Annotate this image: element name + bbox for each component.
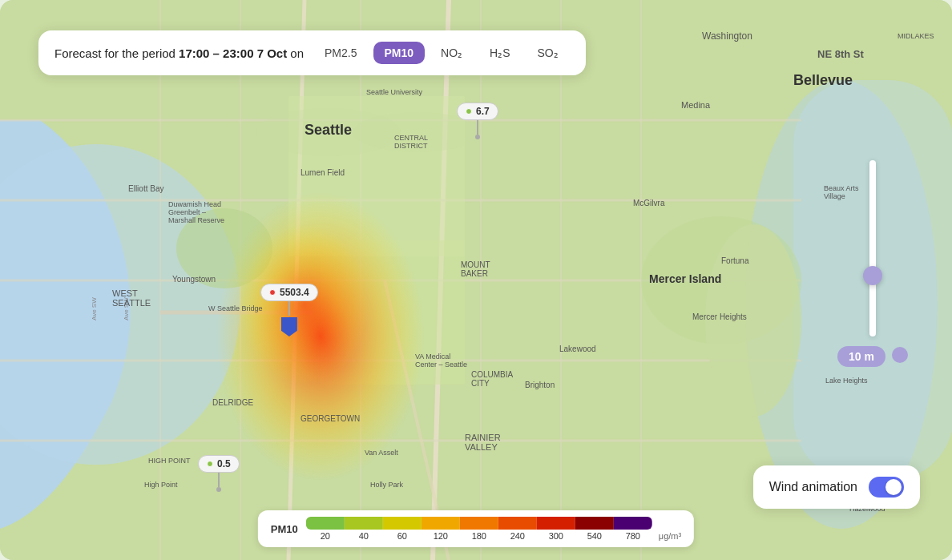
color-scale-bar: PM10 20 40 60 120 180 240 300 [258,510,694,547]
forecast-text: Forecast for the period 17:00 – 23:00 7 … [54,46,304,60]
sensor-line-3 [218,473,220,487]
altitude-track[interactable] [869,160,876,336]
scale-colors-row [306,517,652,530]
sensor-marker-1: 6.7 [457,103,498,139]
forecast-period: 17:00 – 23:00 7 Oct [179,46,287,60]
sensor-bubble-1: 6.7 [457,103,498,120]
scale-color-1 [345,517,383,530]
pollutant-btn-pm25[interactable]: PM2.5 [313,42,368,64]
sensor-marker-3: 0.5 [198,455,240,492]
location-flag-2 [281,317,297,336]
sensor-dot-3 [207,461,213,467]
altitude-knob[interactable] [892,347,908,363]
scale-num-1: 40 [345,531,383,541]
scale-num-2: 60 [383,531,422,541]
sensor-bubble-3: 0.5 [198,455,240,473]
pollutant-btn-h2s[interactable]: H₂S [478,42,521,64]
toggle-knob [885,479,902,495]
sensor-dot-1 [466,108,472,115]
wind-animation-card: Wind animation [753,465,920,509]
altitude-thumb[interactable] [863,266,882,285]
altitude-badge: 10 m [837,346,885,367]
sensor-value-1: 6.7 [476,106,490,117]
sensor-value-3: 0.5 [217,458,231,469]
scale-color-0 [306,517,345,530]
sensor-marker-2: 5503.4 [260,284,318,336]
scale-pollutant-label: PM10 [271,523,298,535]
svg-text:Ave SW: Ave SW [123,297,130,320]
pollutant-btn-pm10[interactable]: PM10 [373,42,426,64]
svg-point-23 [705,224,801,417]
scale-color-5 [498,517,537,530]
pollutant-btn-no2[interactable]: NO₂ [430,42,474,64]
scale-unit: μg/m³ [659,531,681,541]
altitude-row: 10 m [837,343,908,367]
wind-animation-toggle[interactable] [869,477,904,498]
scale-num-3: 120 [422,531,460,541]
pollutant-btn-so2[interactable]: SO₂ [526,42,570,64]
sensor-line-1 [477,120,478,135]
sensor-point-3 [216,487,221,492]
scale-wrapper: 20 40 60 120 180 240 300 540 780 [306,517,652,541]
svg-text:Ave SW: Ave SW [91,297,98,320]
scale-numbers-row: 20 40 60 120 180 240 300 540 780 [306,531,652,541]
wind-animation-label: Wind animation [769,480,857,494]
scale-color-4 [460,517,498,530]
pollutant-buttons: PM2.5 PM10 NO₂ H₂S SO₂ [313,42,570,64]
scale-num-4: 180 [460,531,498,541]
sensor-line-2 [288,301,290,316]
sensor-point-1 [475,135,480,139]
sensor-bubble-2: 5503.4 [260,284,318,301]
map-container: Ave SW Ave SW Seattle WESTSEATTLE Duwami… [0,0,952,560]
scale-num-8: 780 [614,531,652,541]
forecast-on: on [287,46,304,60]
scale-color-2 [383,517,422,530]
forecast-prefix: Forecast for the period [54,46,179,60]
svg-point-21 [176,208,272,288]
scale-num-6: 300 [537,531,575,541]
sensor-value-2: 5503.4 [280,287,309,298]
sensor-dot-2 [269,289,276,296]
scale-color-7 [575,517,614,530]
scale-num-7: 540 [575,531,614,541]
scale-num-0: 20 [306,531,345,541]
forecast-card: Forecast for the period 17:00 – 23:00 7 … [38,30,586,75]
scale-color-6 [537,517,575,530]
altitude-control: 10 m [837,160,908,367]
scale-num-5: 240 [498,531,537,541]
scale-color-8 [614,517,652,530]
scale-color-3 [422,517,460,530]
